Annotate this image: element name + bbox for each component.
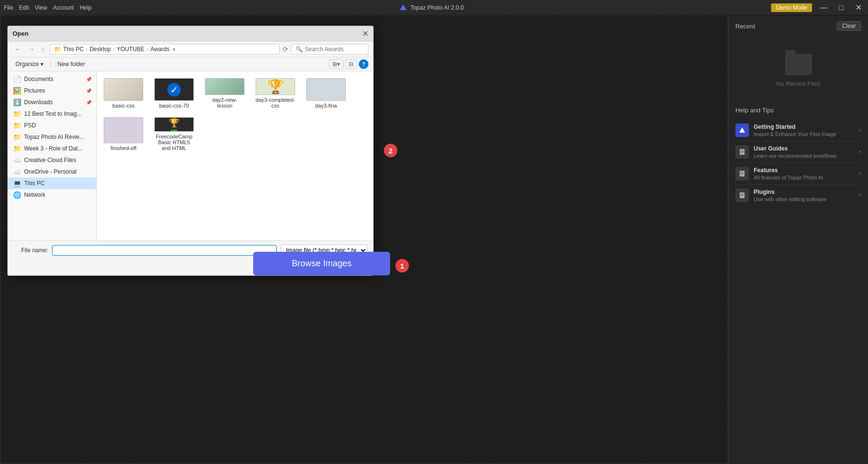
files-row-2: finished-off 🏆 FreecodeCamp Basic HTML5 (102, 115, 368, 153)
sidebar-label-week3: Week 3 - Role of Dat... (24, 145, 92, 152)
sidebar-label-creativecloud: Creative Cloud Files (24, 157, 92, 164)
organize-group: Organize ▾ New folder (13, 59, 88, 69)
menu-edit[interactable]: Edit (19, 4, 29, 11)
sidebar-label-downloads: Downloads (24, 99, 83, 106)
folder-icon-topaz: 📁 (13, 133, 21, 141)
breadcrumb-dropdown-button[interactable]: ▾ (173, 46, 176, 53)
external-link-icon-3: ↗ (857, 171, 861, 177)
file-item-finished[interactable]: finished-off (102, 115, 145, 153)
breadcrumb-sep2: › (113, 46, 115, 53)
sidebar-item-week3[interactable]: 📁 Week 3 - Role of Dat... (8, 143, 96, 154)
file-item-freecodecamp[interactable]: 🏆 FreecodeCamp Basic HTML5 and HTML (152, 115, 196, 153)
nav-back-button[interactable]: ← (13, 44, 23, 54)
help-desc-user-guides: Learn our recommended workflows (754, 153, 852, 159)
search-bar: 🔍 (291, 44, 368, 55)
features-icon (735, 167, 749, 180)
svg-marker-1 (739, 127, 745, 133)
refresh-button[interactable]: ⟳ (283, 45, 288, 53)
file-name-day2: day2-new-lesson (205, 97, 244, 109)
file-thumb-day3-final (306, 78, 346, 101)
svg-rect-13 (741, 196, 743, 196)
network-icon: 🌐 (13, 191, 21, 199)
preview-toggle-button[interactable]: ⊟ (345, 59, 357, 69)
file-item-day3-final[interactable]: day3-fina (304, 76, 348, 110)
minimize-button[interactable]: — (818, 3, 829, 12)
nav-up-button[interactable]: ↑ (40, 44, 47, 54)
search-input[interactable] (305, 46, 364, 53)
menu-file[interactable]: File (4, 4, 13, 11)
file-grid: basic-css ✓ basic-css-70 (97, 71, 373, 240)
dialog-sidebar: 📄 Documents 📌 🖼️ Pictures 📌 ⬇️ Downloads (8, 71, 97, 240)
sidebar-item-downloads[interactable]: ⬇️ Downloads 📌 (8, 96, 96, 108)
file-item-day3-completed[interactable]: 🏆 day3-completed-css (254, 76, 297, 110)
trophy-icon: 🏆 (267, 79, 284, 95)
badge-2: 2 (384, 144, 397, 157)
help-item-user-guides[interactable]: User Guides Learn our recommended workfl… (735, 141, 861, 163)
toolbar-separator (50, 60, 51, 68)
sidebar-item-topazreview[interactable]: 📁 Topaz Photo AI Revie... (8, 131, 96, 143)
file-name-day3-final: day3-fina (315, 103, 337, 109)
sidebar-item-thispc[interactable]: 💻 This PC (8, 177, 96, 189)
dialog-title: Open (13, 30, 28, 37)
external-link-icon-4: ↗ (857, 192, 861, 199)
browse-images-button[interactable]: Browse Images (253, 252, 390, 275)
svg-rect-11 (741, 194, 744, 194)
help-circle-button[interactable]: ? (359, 59, 368, 69)
close-button[interactable]: ✕ (853, 3, 864, 12)
help-title-features: Features (754, 167, 852, 174)
file-item-basic-css-70[interactable]: ✓ basic-css-70 (152, 76, 196, 110)
sidebar-item-network[interactable]: 🌐 Network (8, 189, 96, 201)
demo-mode-button[interactable]: Demo Mode (771, 3, 812, 12)
sidebar-item-besttext[interactable]: 📁 12 Best Text to Imag... (8, 108, 96, 120)
new-folder-button[interactable]: New folder (54, 59, 88, 69)
pin-icon-pictures: 📌 (86, 88, 92, 94)
menu-account[interactable]: Account (53, 4, 74, 11)
svg-rect-8 (741, 173, 744, 174)
thispc-icon: 💻 (13, 179, 21, 187)
no-recent-label: No Recent Files (776, 80, 820, 87)
view-toggle-button[interactable]: ⊞▾ (329, 59, 343, 69)
file-thumb-basic-css (104, 78, 143, 101)
file-name-finished: finished-off (110, 145, 136, 151)
sidebar-item-psd[interactable]: 📁 PSD (8, 120, 96, 131)
no-recent-folder-icon (785, 54, 812, 75)
sidebar-item-pictures[interactable]: 🖼️ Pictures 📌 (8, 85, 96, 96)
help-title-getting-started: Getting Started (754, 123, 852, 130)
menu-help[interactable]: Help (80, 4, 92, 11)
menu-view[interactable]: View (35, 4, 47, 11)
breadcrumb-thispc: This PC (63, 46, 84, 53)
breadcrumb-icon: 📁 (54, 46, 61, 53)
dialog-close-button[interactable]: ✕ (362, 29, 368, 38)
help-text-user-guides: User Guides Learn our recommended workfl… (754, 145, 852, 159)
sidebar-item-documents[interactable]: 📄 Documents 📌 (8, 73, 96, 85)
breadcrumb-youtube: YOUTUBE (117, 46, 145, 53)
file-item-basic-css[interactable]: basic-css (102, 76, 145, 110)
main-area: Open ✕ ← → ↑ 📁 This PC › Desktop › YOUTU… (0, 15, 868, 464)
help-title: Help and Tips (735, 107, 861, 114)
sidebar-label-besttext: 12 Best Text to Imag... (24, 110, 92, 117)
help-item-getting-started[interactable]: Getting Started Import & Enhance Your Fi… (735, 120, 861, 141)
title-bar-left: File Edit View Account Help (4, 4, 92, 11)
breadcrumb: 📁 This PC › Desktop › YOUTUBE › Awards ▾ (50, 44, 280, 55)
sidebar-label-network: Network (24, 191, 92, 198)
file-name-day3-completed: day3-completed-css (256, 97, 295, 109)
filename-input[interactable] (52, 245, 277, 256)
sidebar-item-onedrive[interactable]: ☁️ OneDrive - Personal (8, 166, 96, 177)
dialog-titlebar: Open ✕ (8, 26, 373, 41)
nav-forward-button[interactable]: → (26, 44, 37, 54)
sidebar-item-creativecloud[interactable]: ☁️ Creative Cloud Files (8, 154, 96, 166)
sidebar-label-documents: Documents (24, 76, 83, 82)
svg-rect-4 (741, 151, 744, 152)
title-center: Topaz Photo AI 2.0.0 (399, 3, 464, 12)
file-item-day2[interactable]: day2-new-lesson (203, 76, 246, 110)
folder-icon-week3: 📁 (13, 145, 21, 152)
breadcrumb-sep3: › (147, 46, 149, 53)
help-item-features[interactable]: Features All features of Topaz Photo AI … (735, 163, 861, 185)
maximize-button[interactable]: □ (835, 3, 847, 12)
svg-marker-0 (400, 4, 407, 10)
svg-rect-7 (741, 172, 744, 173)
help-item-plugins[interactable]: Plugins Use with other editing software … (735, 185, 861, 206)
content-area: Open ✕ ← → ↑ 📁 This PC › Desktop › YOUTU… (0, 15, 728, 464)
organize-button[interactable]: Organize ▾ (13, 59, 46, 69)
clear-button[interactable]: Clear (837, 21, 861, 31)
